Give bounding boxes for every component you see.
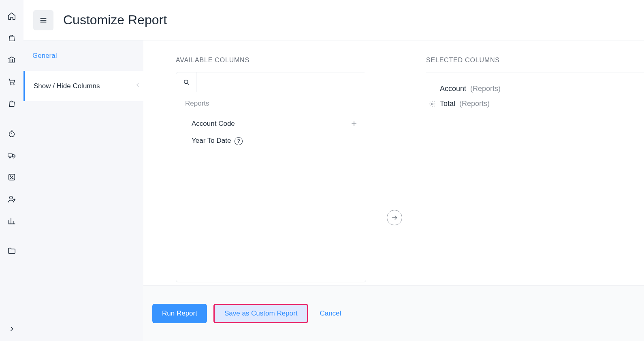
- tab-general[interactable]: General: [23, 40, 143, 71]
- svg-point-10: [184, 80, 188, 84]
- svg-point-0: [10, 84, 11, 85]
- run-report-button[interactable]: Run Report: [152, 304, 207, 323]
- item-label: Year To Date ?: [192, 137, 243, 145]
- timer-icon[interactable]: [7, 129, 17, 138]
- item-label: Total: [440, 100, 455, 108]
- tab-show-hide-columns[interactable]: Show / Hide Columns: [23, 71, 143, 101]
- svg-rect-3: [8, 154, 13, 157]
- percent-icon[interactable]: [7, 172, 17, 182]
- available-item-account-code[interactable]: Account Code +: [185, 115, 357, 133]
- item-group: (Reports): [470, 85, 501, 93]
- svg-point-8: [13, 178, 13, 179]
- body: General Show / Hide Columns AVAILABLE CO…: [23, 40, 644, 341]
- chevron-left-icon: [134, 81, 142, 91]
- page-header: Customize Report: [23, 0, 644, 40]
- available-list: Reports Account Code + Year To Date ?: [176, 92, 366, 157]
- chart-icon[interactable]: [7, 216, 17, 226]
- save-custom-report-button[interactable]: Save as Custom Report: [213, 304, 308, 323]
- svg-point-1: [13, 84, 14, 85]
- truck-icon[interactable]: [7, 150, 17, 160]
- search-icon[interactable]: [176, 72, 196, 92]
- available-item-year-to-date[interactable]: Year To Date ?: [185, 133, 357, 149]
- transfer-right-button[interactable]: [387, 210, 402, 225]
- selected-item-total[interactable]: Total (Reports): [426, 96, 644, 111]
- side-tabs: General Show / Hide Columns: [23, 40, 143, 341]
- selected-panel: Account (Reports) Total (Reports): [426, 72, 644, 111]
- cancel-button[interactable]: Cancel: [315, 304, 346, 323]
- bag2-icon[interactable]: [7, 99, 17, 108]
- available-heading: AVAILABLE COLUMNS: [176, 57, 366, 64]
- menu-button[interactable]: [33, 10, 53, 30]
- svg-point-11: [431, 103, 433, 105]
- gear-icon[interactable]: [429, 100, 436, 108]
- tab-label: Show / Hide Columns: [34, 82, 100, 90]
- available-panel: Reports Account Code + Year To Date ?: [176, 72, 366, 282]
- cart-icon[interactable]: [7, 77, 17, 87]
- plus-icon[interactable]: +: [351, 119, 357, 129]
- selected-heading: SELECTED COLUMNS: [426, 57, 644, 64]
- group-title: Reports: [185, 100, 357, 108]
- item-label: Account: [440, 85, 466, 93]
- user-icon[interactable]: [7, 194, 17, 204]
- folder-icon[interactable]: [7, 246, 17, 256]
- bank-icon[interactable]: [7, 55, 17, 65]
- help-icon[interactable]: ?: [235, 137, 243, 145]
- footer: Run Report Save as Custom Report Cancel: [143, 285, 644, 341]
- home-icon[interactable]: [7, 11, 17, 21]
- selected-item-account[interactable]: Account (Reports): [426, 81, 644, 96]
- chevron-right-icon[interactable]: [7, 324, 17, 334]
- main: Customize Report General Show / Hide Col…: [23, 0, 644, 341]
- nav-rail: [0, 0, 23, 341]
- svg-point-9: [10, 196, 13, 199]
- svg-point-4: [9, 157, 11, 158]
- svg-point-7: [10, 176, 11, 176]
- search-input[interactable]: [196, 72, 366, 92]
- page-title: Customize Report: [63, 13, 167, 28]
- bag-icon[interactable]: [7, 33, 17, 43]
- tab-label: General: [32, 52, 57, 60]
- svg-point-5: [13, 157, 14, 158]
- item-group: (Reports): [459, 100, 490, 108]
- item-label: Account Code: [192, 120, 235, 128]
- search-row: [176, 72, 366, 92]
